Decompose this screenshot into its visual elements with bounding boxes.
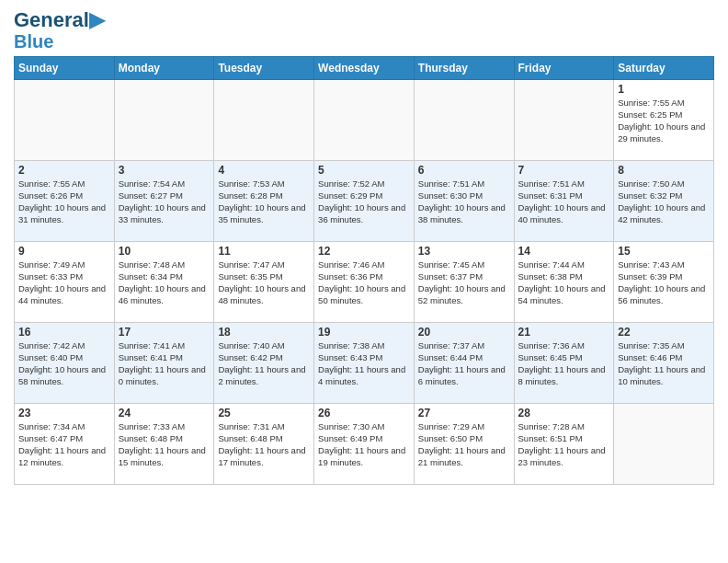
day-info: Sunrise: 7:41 AM Sunset: 6:41 PM Dayligh… [119,340,210,387]
day-number: 25 [218,407,310,419]
calendar-cell: 2Sunrise: 7:55 AM Sunset: 6:26 PM Daylig… [15,161,115,242]
day-number: 19 [318,326,410,339]
day-info: Sunrise: 7:30 AM Sunset: 6:49 PM Dayligh… [318,421,410,468]
day-number: 11 [218,245,310,258]
calendar-cell: 21Sunrise: 7:36 AM Sunset: 6:45 PM Dayli… [514,323,614,404]
calendar-cell: 19Sunrise: 7:38 AM Sunset: 6:43 PM Dayli… [314,323,415,404]
day-info: Sunrise: 7:38 AM Sunset: 6:43 PM Dayligh… [318,340,410,387]
day-number: 21 [518,326,610,339]
day-number: 6 [418,164,510,177]
calendar-cell: 3Sunrise: 7:54 AM Sunset: 6:27 PM Daylig… [114,161,214,242]
day-info: Sunrise: 7:42 AM Sunset: 6:40 PM Dayligh… [18,340,110,387]
week-row-4: 23Sunrise: 7:34 AM Sunset: 6:47 PM Dayli… [15,404,714,485]
day-info: Sunrise: 7:51 AM Sunset: 6:30 PM Dayligh… [418,178,510,225]
calendar-cell: 24Sunrise: 7:33 AM Sunset: 6:48 PM Dayli… [114,404,214,485]
day-info: Sunrise: 7:43 AM Sunset: 6:39 PM Dayligh… [618,259,710,306]
col-header-friday: Friday [514,57,614,80]
day-info: Sunrise: 7:29 AM Sunset: 6:50 PM Dayligh… [418,421,510,468]
col-header-sunday: Sunday [15,57,115,80]
week-row-3: 16Sunrise: 7:42 AM Sunset: 6:40 PM Dayli… [15,323,714,404]
week-row-0: 1Sunrise: 7:55 AM Sunset: 6:25 PM Daylig… [15,80,714,161]
col-header-thursday: Thursday [414,57,514,80]
page-container: General▶ Blue SundayMondayTuesdayWednesd… [0,0,728,489]
calendar-cell: 18Sunrise: 7:40 AM Sunset: 6:42 PM Dayli… [214,323,314,404]
day-info: Sunrise: 7:40 AM Sunset: 6:42 PM Dayligh… [218,340,310,387]
day-info: Sunrise: 7:54 AM Sunset: 6:27 PM Dayligh… [119,178,210,225]
col-header-monday: Monday [114,57,214,80]
header: General▶ Blue [14,9,714,52]
header-row: SundayMondayTuesdayWednesdayThursdayFrid… [15,57,714,80]
calendar-cell [214,80,314,161]
col-header-tuesday: Tuesday [214,57,314,80]
calendar-cell: 15Sunrise: 7:43 AM Sunset: 6:39 PM Dayli… [614,242,714,323]
day-info: Sunrise: 7:35 AM Sunset: 6:46 PM Dayligh… [618,340,710,387]
calendar-cell: 6Sunrise: 7:51 AM Sunset: 6:30 PM Daylig… [414,161,514,242]
day-number: 1 [618,83,710,96]
calendar-cell: 9Sunrise: 7:49 AM Sunset: 6:33 PM Daylig… [15,242,115,323]
col-header-saturday: Saturday [614,57,714,80]
day-info: Sunrise: 7:36 AM Sunset: 6:45 PM Dayligh… [518,340,610,387]
day-info: Sunrise: 7:46 AM Sunset: 6:36 PM Dayligh… [318,259,410,306]
calendar-cell [15,80,115,161]
logo-text: General▶ [14,9,105,31]
day-info: Sunrise: 7:47 AM Sunset: 6:35 PM Dayligh… [218,259,310,306]
day-info: Sunrise: 7:34 AM Sunset: 6:47 PM Dayligh… [18,421,110,468]
day-info: Sunrise: 7:55 AM Sunset: 6:26 PM Dayligh… [18,178,110,225]
calendar-table: SundayMondayTuesdayWednesdayThursdayFrid… [14,56,714,485]
day-number: 26 [318,407,410,419]
calendar-cell: 14Sunrise: 7:44 AM Sunset: 6:38 PM Dayli… [514,242,614,323]
col-header-wednesday: Wednesday [314,57,415,80]
day-number: 12 [318,245,410,258]
calendar-cell: 11Sunrise: 7:47 AM Sunset: 6:35 PM Dayli… [214,242,314,323]
calendar-cell: 13Sunrise: 7:45 AM Sunset: 6:37 PM Dayli… [414,242,514,323]
day-info: Sunrise: 7:31 AM Sunset: 6:48 PM Dayligh… [218,421,310,468]
day-info: Sunrise: 7:53 AM Sunset: 6:28 PM Dayligh… [218,178,310,225]
day-number: 5 [318,164,410,177]
day-number: 17 [119,326,210,339]
calendar-cell: 28Sunrise: 7:28 AM Sunset: 6:51 PM Dayli… [514,404,614,485]
day-number: 7 [518,164,610,177]
week-row-1: 2Sunrise: 7:55 AM Sunset: 6:26 PM Daylig… [15,161,714,242]
calendar-cell: 1Sunrise: 7:55 AM Sunset: 6:25 PM Daylig… [614,80,714,161]
day-number: 22 [618,326,710,339]
day-number: 18 [218,326,310,339]
calendar-cell: 4Sunrise: 7:53 AM Sunset: 6:28 PM Daylig… [214,161,314,242]
day-number: 9 [18,245,110,258]
calendar-cell [414,80,514,161]
day-number: 14 [518,245,610,258]
calendar-cell [514,80,614,161]
week-row-2: 9Sunrise: 7:49 AM Sunset: 6:33 PM Daylig… [15,242,714,323]
calendar-cell: 7Sunrise: 7:51 AM Sunset: 6:31 PM Daylig… [514,161,614,242]
calendar-cell: 16Sunrise: 7:42 AM Sunset: 6:40 PM Dayli… [15,323,115,404]
calendar-cell [314,80,415,161]
day-info: Sunrise: 7:28 AM Sunset: 6:51 PM Dayligh… [518,421,610,468]
calendar-cell: 22Sunrise: 7:35 AM Sunset: 6:46 PM Dayli… [614,323,714,404]
calendar-cell [614,404,714,485]
calendar-cell: 17Sunrise: 7:41 AM Sunset: 6:41 PM Dayli… [114,323,214,404]
day-info: Sunrise: 7:51 AM Sunset: 6:31 PM Dayligh… [518,178,610,225]
day-number: 2 [18,164,110,177]
day-info: Sunrise: 7:49 AM Sunset: 6:33 PM Dayligh… [18,259,110,306]
day-info: Sunrise: 7:45 AM Sunset: 6:37 PM Dayligh… [418,259,510,306]
day-number: 28 [518,407,610,419]
day-info: Sunrise: 7:52 AM Sunset: 6:29 PM Dayligh… [318,178,410,225]
calendar-cell [114,80,214,161]
day-number: 24 [119,407,210,419]
calendar-cell: 27Sunrise: 7:29 AM Sunset: 6:50 PM Dayli… [414,404,514,485]
day-info: Sunrise: 7:55 AM Sunset: 6:25 PM Dayligh… [618,98,710,144]
day-number: 10 [119,245,210,258]
day-number: 3 [119,164,210,177]
calendar-cell: 20Sunrise: 7:37 AM Sunset: 6:44 PM Dayli… [414,323,514,404]
calendar-cell: 12Sunrise: 7:46 AM Sunset: 6:36 PM Dayli… [314,242,415,323]
day-info: Sunrise: 7:48 AM Sunset: 6:34 PM Dayligh… [119,259,210,306]
day-number: 4 [218,164,310,177]
day-number: 20 [418,326,510,339]
day-number: 8 [618,164,710,177]
calendar-cell: 8Sunrise: 7:50 AM Sunset: 6:32 PM Daylig… [614,161,714,242]
logo-blue: Blue [14,31,105,52]
day-number: 16 [18,326,110,339]
day-info: Sunrise: 7:37 AM Sunset: 6:44 PM Dayligh… [418,340,510,387]
day-number: 15 [618,245,710,258]
day-info: Sunrise: 7:50 AM Sunset: 6:32 PM Dayligh… [618,178,710,225]
day-info: Sunrise: 7:33 AM Sunset: 6:48 PM Dayligh… [119,421,210,468]
